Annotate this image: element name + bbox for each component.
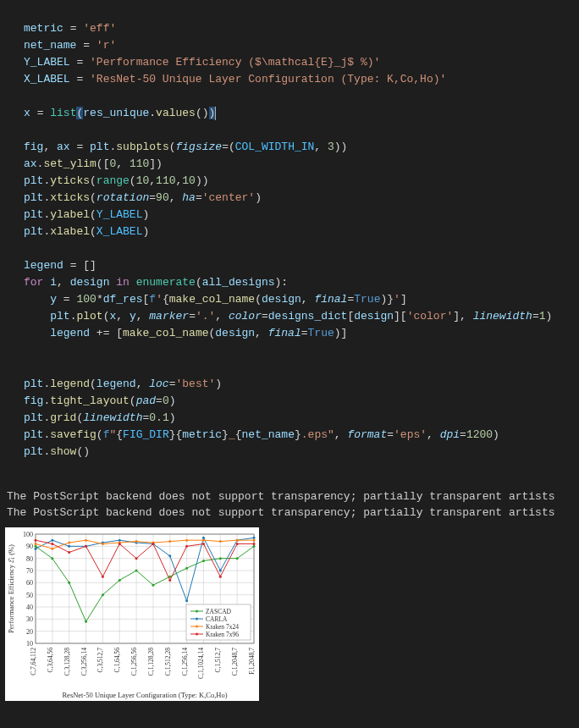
svg-point-81	[102, 543, 104, 545]
svg-point-118	[196, 633, 198, 636]
svg-point-87	[202, 539, 205, 542]
svg-point-62	[253, 545, 256, 548]
svg-text:60: 60	[26, 579, 33, 587]
svg-text:C,3,256,14: C,3,256,14	[80, 648, 88, 676]
svg-text:C,1,64,56: C,1,64,56	[113, 648, 121, 673]
svg-point-58	[185, 567, 188, 570]
svg-text:Kraken 7x96: Kraken 7x96	[206, 631, 239, 638]
svg-point-77	[35, 543, 37, 545]
svg-text:C,1,512,28: C,1,512,28	[164, 648, 172, 676]
svg-point-54	[119, 579, 121, 582]
svg-point-78	[51, 548, 53, 550]
svg-text:C,3,64,56: C,3,64,56	[47, 648, 54, 673]
svg-point-51	[68, 582, 70, 584]
code-cell[interactable]: metric = 'eff' net_name = 'r' Y_LABEL = …	[0, 0, 579, 464]
svg-point-59	[202, 560, 205, 562]
svg-point-61	[236, 557, 239, 560]
svg-point-56	[152, 584, 154, 587]
svg-point-94	[85, 545, 87, 548]
svg-text:C,3,512,7: C,3,512,7	[96, 648, 104, 673]
svg-point-83	[135, 540, 138, 543]
svg-point-65	[68, 545, 70, 548]
svg-text:F,1,2048,7: F,1,2048,7	[248, 648, 256, 675]
svg-point-88	[219, 540, 222, 543]
output-line: The PostScript backend does not support …	[7, 506, 561, 519]
svg-point-71	[168, 554, 171, 557]
svg-point-93	[68, 551, 70, 554]
chart-output: 102030405060708090100C,7,64,112C,3,64,56…	[5, 527, 259, 701]
svg-text:C,1,2048,7: C,1,2048,7	[231, 648, 239, 676]
svg-point-115	[196, 626, 198, 628]
svg-text:50: 50	[26, 592, 33, 599]
svg-text:Kraken 7x24: Kraken 7x24	[206, 623, 239, 631]
svg-point-92	[51, 543, 53, 545]
svg-point-76	[253, 537, 256, 539]
svg-text:10: 10	[26, 640, 33, 648]
svg-point-112	[196, 618, 198, 620]
svg-point-60	[219, 557, 222, 560]
svg-point-64	[51, 539, 53, 542]
svg-point-50	[51, 557, 53, 560]
svg-text:Performance Efficiency 𝓔ⱼ (%): Performance Efficiency 𝓔ⱼ (%)	[7, 544, 15, 633]
svg-point-74	[219, 570, 222, 572]
svg-text:ResNet-50 Unique Layer Configu: ResNet-50 Unique Layer Configuration (Ty…	[62, 691, 227, 699]
svg-point-101	[202, 543, 205, 545]
svg-text:C,1,512,7: C,1,512,7	[214, 648, 222, 673]
svg-text:40: 40	[26, 604, 33, 611]
svg-text:C,1,1024,14: C,1,1024,14	[197, 648, 205, 679]
svg-text:100: 100	[23, 531, 33, 538]
svg-text:C,1,128,28: C,1,128,28	[147, 648, 155, 676]
svg-text:C,3,128,28: C,3,128,28	[63, 648, 71, 676]
svg-text:20: 20	[26, 628, 33, 636]
svg-point-91	[35, 539, 37, 542]
svg-point-95	[102, 576, 104, 578]
svg-point-49	[35, 545, 37, 548]
svg-text:C,1,256,56: C,1,256,56	[130, 648, 138, 676]
svg-point-102	[219, 576, 222, 578]
svg-point-73	[202, 537, 205, 539]
svg-point-98	[152, 543, 154, 545]
svg-point-100	[185, 545, 188, 548]
svg-text:C,1,256,14: C,1,256,14	[181, 648, 189, 676]
svg-text:CARLA: CARLA	[206, 615, 228, 623]
svg-point-109	[196, 610, 198, 613]
svg-point-86	[185, 539, 188, 542]
svg-point-72	[185, 599, 188, 602]
output-line: The PostScript backend does not support …	[7, 490, 561, 503]
svg-point-96	[119, 543, 121, 545]
svg-point-55	[135, 570, 138, 572]
svg-point-89	[236, 539, 239, 542]
svg-text:30: 30	[26, 615, 33, 623]
svg-point-85	[168, 540, 171, 543]
svg-point-99	[168, 579, 171, 582]
svg-point-90	[253, 539, 256, 542]
svg-point-53	[102, 593, 104, 596]
svg-point-68	[119, 539, 121, 542]
svg-text:C,7,64,112: C,7,64,112	[30, 648, 37, 676]
svg-text:90: 90	[26, 543, 33, 550]
output-cell: The PostScript backend does not support …	[0, 464, 579, 524]
svg-point-97	[135, 557, 138, 560]
svg-point-79	[68, 542, 70, 544]
svg-point-80	[85, 539, 87, 542]
svg-text:ZASCAD: ZASCAD	[206, 608, 232, 615]
svg-point-103	[236, 543, 239, 545]
svg-point-104	[253, 543, 256, 545]
svg-point-63	[35, 548, 37, 550]
svg-point-52	[85, 620, 87, 623]
svg-text:70: 70	[26, 567, 33, 575]
var-metric: metric	[24, 22, 63, 35]
svg-text:80: 80	[26, 555, 33, 563]
